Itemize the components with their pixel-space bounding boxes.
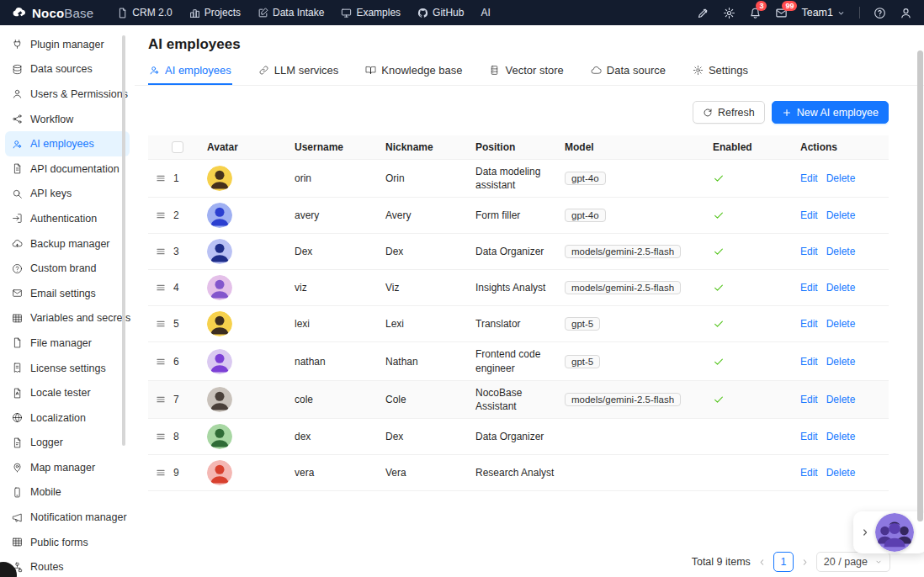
sidebar-item-email-settings[interactable]: Email settings: [5, 281, 130, 306]
sidebar-item-file-manager[interactable]: File manager: [5, 331, 130, 356]
edit-link[interactable]: Edit: [800, 246, 818, 257]
delete-link[interactable]: Delete: [826, 431, 856, 442]
model-cell: [558, 468, 706, 478]
delete-link[interactable]: Delete: [826, 356, 856, 368]
tab-knowledge-base[interactable]: Knowledge base: [364, 56, 463, 85]
sidebar-item-api-keys[interactable]: API keys: [5, 182, 130, 207]
nav-item-projects[interactable]: Projects: [181, 0, 249, 25]
drag-handle-icon[interactable]: [155, 246, 167, 257]
sidebar-item-plugin-manager[interactable]: Plugin manager: [5, 32, 130, 57]
nav-item-ai[interactable]: AI: [472, 0, 498, 25]
gear-icon: [693, 65, 704, 76]
edit-link[interactable]: Edit: [800, 172, 818, 184]
delete-link[interactable]: Delete: [826, 246, 856, 257]
ai-chat-launcher[interactable]: [853, 511, 924, 553]
nocobase-logo[interactable]: NocoBase: [12, 6, 93, 20]
pagination-page-1[interactable]: 1: [773, 552, 794, 572]
team-switcher[interactable]: Team1: [801, 7, 846, 19]
sidebar-item-users-permissions[interactable]: Users & Permissions: [5, 82, 130, 107]
sidebar-item-ai-employees[interactable]: AI employees: [5, 131, 130, 156]
grid-icon: [12, 537, 23, 548]
sidebar-item-logger[interactable]: Logger: [5, 431, 130, 456]
delete-link[interactable]: Delete: [826, 282, 856, 294]
chevron-right-icon[interactable]: [860, 527, 870, 537]
select-all-checkbox[interactable]: [172, 141, 183, 153]
sidebar-item-label: Custom brand: [30, 262, 97, 274]
sidebar-item-license-settings[interactable]: License settings: [5, 356, 130, 381]
drag-handle-icon[interactable]: [155, 431, 167, 442]
model-tag: gpt-4o: [565, 209, 606, 222]
position-text: Translator: [475, 317, 521, 331]
sidebar-item-backup-manager[interactable]: Backup manager: [5, 231, 130, 257]
edit-link[interactable]: Edit: [800, 467, 818, 479]
sidebar-item-mobile[interactable]: Mobile: [5, 480, 130, 506]
enabled-cell: [706, 204, 794, 226]
new-ai-employee-button[interactable]: New AI employee: [772, 101, 889, 124]
tab-data-source[interactable]: Data source: [590, 56, 666, 85]
edit-link[interactable]: Edit: [800, 282, 818, 294]
drag-handle-icon[interactable]: [155, 467, 167, 479]
sidebar-item-workflow[interactable]: Workflow: [5, 107, 130, 132]
sidebar-item-label: Variables and secrets: [30, 312, 130, 324]
tab-llm-services[interactable]: LLM services: [258, 56, 340, 85]
user-icon: [12, 88, 23, 99]
drag-handle-icon[interactable]: [155, 282, 167, 294]
main-scrollbar[interactable]: [917, 50, 923, 521]
settings-gear-icon[interactable]: [723, 7, 735, 19]
nav-item-data-intake[interactable]: Data Intake: [249, 0, 332, 25]
edit-link[interactable]: Edit: [800, 318, 818, 330]
sidebar-item-authentication[interactable]: Authentication: [5, 206, 130, 231]
chevron-left-icon[interactable]: [757, 558, 767, 567]
delete-link[interactable]: Delete: [826, 172, 856, 184]
help-icon[interactable]: [874, 7, 886, 19]
sidebar-item-map-manager[interactable]: Map manager: [5, 455, 130, 480]
sidebar-item-label: Public forms: [30, 537, 88, 548]
delete-link[interactable]: Delete: [826, 467, 856, 479]
tab-label: Vector store: [505, 64, 563, 77]
nav-item-github[interactable]: GitHub: [409, 0, 472, 25]
chevron-right-icon[interactable]: [800, 558, 810, 567]
tab-settings[interactable]: Settings: [692, 56, 749, 85]
tab-vector-store[interactable]: Vector store: [488, 56, 564, 85]
sidebar-item-variables-and-secrets[interactable]: Variables and secrets: [5, 306, 130, 331]
drag-handle-icon[interactable]: [155, 394, 167, 405]
pagination-total: Total 9 items: [692, 556, 751, 568]
edit-link[interactable]: Edit: [800, 431, 818, 442]
column-header-model: Model: [558, 136, 706, 158]
sidebar-item-custom-brand[interactable]: Custom brand: [5, 256, 130, 281]
edit-link[interactable]: Edit: [800, 394, 818, 405]
edit-link[interactable]: Edit: [800, 209, 818, 221]
sidebar-scrollbar[interactable]: [122, 35, 125, 446]
delete-link[interactable]: Delete: [826, 318, 856, 330]
messages-mail-icon[interactable]: 99: [775, 7, 788, 19]
nav-item-examples[interactable]: Examples: [332, 0, 409, 25]
row-number: 3: [173, 246, 179, 257]
ui-editor-pen-icon[interactable]: [697, 7, 709, 19]
model-tag: models/gemini-2.5-flash: [565, 393, 681, 406]
table-header-row: AvatarUsernameNicknamePositionModelEnabl…: [148, 135, 889, 160]
position-cell: Insights Analyst: [469, 276, 558, 299]
sidebar-item-localization[interactable]: Localization: [5, 405, 130, 431]
sidebar-item-public-forms[interactable]: Public forms: [5, 530, 130, 555]
refresh-button[interactable]: Refresh: [693, 101, 765, 124]
row-handle-cell: 3: [148, 241, 200, 262]
drag-handle-icon[interactable]: [155, 172, 167, 184]
page-size-select[interactable]: 20 / page: [816, 552, 890, 572]
sidebar-item-notification-manager[interactable]: Notification manager: [5, 505, 130, 530]
drag-handle-icon[interactable]: [155, 318, 167, 330]
delete-link[interactable]: Delete: [826, 394, 856, 405]
user-profile-icon[interactable]: [900, 7, 912, 19]
notifications-bell-icon[interactable]: 3: [749, 7, 762, 19]
drag-handle-icon[interactable]: [155, 209, 167, 221]
drag-handle-icon[interactable]: [155, 356, 167, 368]
ai-employees-group-avatar[interactable]: [875, 513, 914, 552]
sidebar-item-routes[interactable]: Routes: [5, 554, 130, 577]
delete-link[interactable]: Delete: [826, 209, 856, 221]
edit-link[interactable]: Edit: [800, 356, 818, 368]
sidebar-item-data-sources[interactable]: Data sources: [5, 57, 130, 82]
bell-badge: 3: [756, 1, 767, 11]
nav-item-crm-2-0[interactable]: CRM 2.0: [109, 0, 180, 25]
sidebar-item-locale-tester[interactable]: Locale tester: [5, 380, 130, 405]
tab-ai-employees[interactable]: AI employees: [148, 56, 232, 85]
sidebar-item-api-documentation[interactable]: API documentation: [5, 156, 130, 182]
